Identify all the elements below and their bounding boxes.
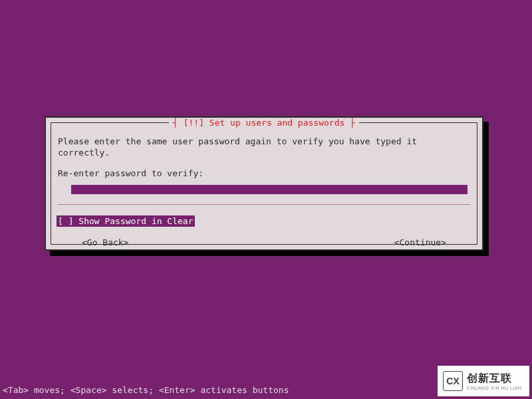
watermark: CX 创新互联 CHUANG XIN HU LIAN — [438, 366, 529, 396]
installer-dialog: ┤ [!!] Set up users and passwords ├ Plea… — [45, 116, 483, 251]
dialog-title: ┤ [!!] Set up users and passwords ├ — [169, 118, 359, 128]
dialog-frame: ┤ [!!] Set up users and passwords ├ Plea… — [51, 122, 477, 245]
go-back-button[interactable]: <Go Back> — [82, 237, 128, 247]
checkbox-state: [ ] — [58, 216, 73, 226]
watermark-logo-icon: CX — [443, 371, 463, 391]
password-field-label: Re-enter password to verify: — [58, 168, 470, 180]
status-hint: <Tab> moves; <Space> selects; <Enter> ac… — [3, 385, 289, 395]
password-input[interactable] — [71, 185, 467, 194]
input-underline: ________________________________________… — [58, 197, 470, 205]
watermark-sub: CHUANG XIN HU LIAN — [467, 386, 522, 390]
dialog-prompt-text: Please enter the same user password agai… — [58, 136, 470, 159]
continue-button[interactable]: <Continue> — [394, 237, 446, 247]
checkbox-label: Show Password in Clear — [78, 216, 193, 226]
show-password-checkbox[interactable]: [ ] Show Password in Clear — [57, 215, 195, 227]
watermark-brand: 创新互联 — [467, 372, 522, 386]
